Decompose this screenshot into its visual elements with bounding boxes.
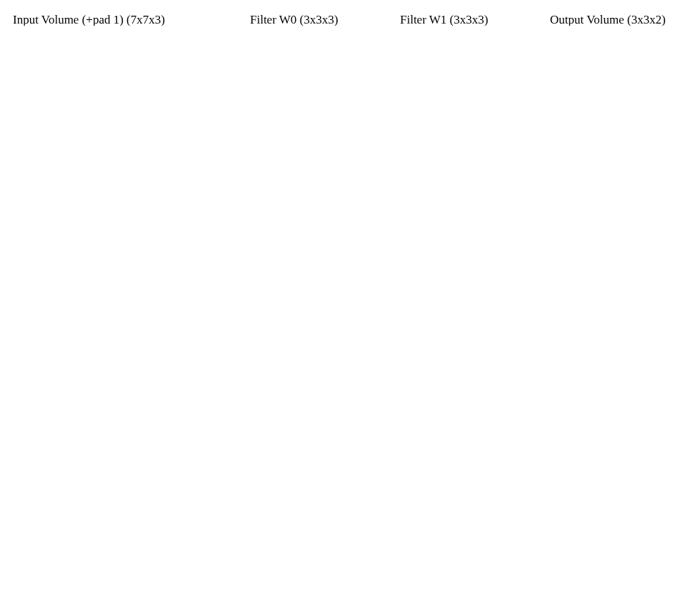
output-volume-column: Output Volume (3x3x2) o[:,:,0]41174-525-…: [550, 13, 686, 26]
w1-title: Filter W1 (3x3x3): [400, 13, 529, 26]
filter-w0-column: Filter W0 (3x3x3) w0[:,:,0]-1-1-1001-10-…: [250, 13, 379, 26]
w0-title: Filter W0 (3x3x3): [250, 13, 379, 26]
out-title: Output Volume (3x3x2): [550, 13, 686, 26]
input-title: Input Volume (+pad 1) (7x7x3): [13, 13, 241, 26]
input-volume-column: Input Volume (+pad 1) (7x7x3) x[:,:,0]00…: [13, 13, 241, 26]
filter-w1-column: Filter W1 (3x3x3) w1[:,:,0]-100011001w1[…: [400, 13, 529, 26]
